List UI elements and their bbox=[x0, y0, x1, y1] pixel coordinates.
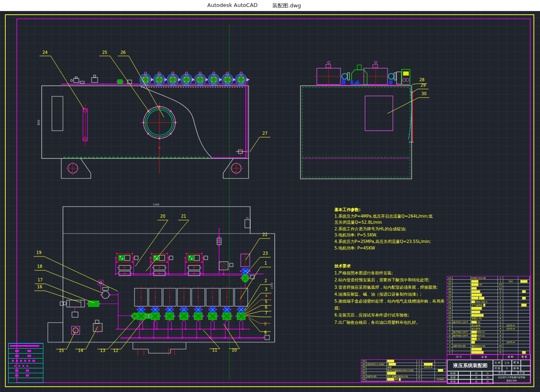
callout-leader bbox=[245, 300, 271, 313]
gauge-station bbox=[219, 262, 233, 275]
manhole bbox=[140, 102, 179, 173]
bom-cell bbox=[503, 290, 518, 293]
bom-cell bbox=[453, 307, 471, 310]
bom-cell: 22 bbox=[498, 287, 503, 290]
bom-cell bbox=[453, 327, 471, 330]
pump-symbol bbox=[181, 71, 195, 85]
note-line: 5.接线端子盒必须密封处理，站内电气走线槽须外购，布局美 bbox=[334, 298, 445, 305]
callout-label: 11 bbox=[212, 348, 217, 352]
callout-label: 25 bbox=[102, 50, 108, 55]
bom-cell: 8 bbox=[417, 375, 422, 379]
note-line: 压关闭流量Q=52.8L/min bbox=[334, 219, 432, 226]
bom-cell: 16 bbox=[447, 300, 453, 303]
bom-cell: 22 bbox=[447, 280, 453, 283]
manifold-row bbox=[115, 253, 233, 276]
callout-label: 2 bbox=[264, 278, 267, 283]
bom-cell bbox=[453, 280, 471, 283]
callout-leader bbox=[246, 316, 271, 317]
bom-cell: ███████ bbox=[471, 314, 498, 317]
callout-label: 16 bbox=[37, 285, 43, 289]
bom-cell bbox=[422, 378, 435, 381]
bom-cell: 7 bbox=[447, 331, 453, 334]
bom-cell: 14 bbox=[447, 307, 453, 310]
bom-cell bbox=[453, 317, 471, 321]
bom-cell: 2 bbox=[498, 290, 503, 293]
bom-cell: 8 bbox=[498, 317, 503, 321]
motor-pump-group-1 bbox=[314, 61, 367, 87]
bom-cell: GB3452.1-1992 bbox=[366, 363, 387, 366]
titlebar: Autodesk AutoCAD 装配图.dwg bbox=[0, 0, 540, 11]
callout-label: 1 bbox=[264, 261, 267, 265]
note-line: 5.电机功率: P=45KW bbox=[334, 245, 432, 252]
bom-cell bbox=[503, 344, 518, 347]
bom-cell: 8 bbox=[498, 331, 503, 334]
bom-cell: ████ bbox=[471, 280, 498, 283]
note-line: 4.系统压力P=25MPa,高压关闭流量Q=23.55L/min; bbox=[334, 238, 432, 245]
bom-cell: ██████ bbox=[471, 307, 498, 310]
bom-cell bbox=[503, 307, 518, 310]
bom-cell: 320 bbox=[503, 280, 518, 283]
callout-label: 14 bbox=[78, 348, 83, 353]
note-title: 基本工作参数: bbox=[334, 207, 432, 213]
bom-cell bbox=[518, 324, 530, 327]
callout-label: 24 bbox=[43, 50, 48, 55]
bom-cell: 空气滤清器-█ bbox=[471, 303, 498, 307]
pump-symbol bbox=[140, 71, 155, 85]
bom-cell bbox=[453, 337, 471, 341]
note-line: 6.安装完后，应按试车条件进行试车验收; bbox=[334, 312, 445, 318]
callout-label: 17 bbox=[38, 278, 43, 282]
bom-cell: 17 bbox=[447, 297, 453, 300]
callout-label: 21 bbox=[181, 214, 186, 218]
callout-label: 20 bbox=[160, 214, 166, 218]
bom-cell bbox=[518, 293, 530, 296]
bom-cell bbox=[503, 317, 518, 321]
bom-cell: 8 bbox=[498, 337, 503, 341]
bom-cell: ██ bbox=[518, 290, 530, 293]
bom-cell bbox=[453, 300, 471, 303]
bom-cell bbox=[518, 341, 530, 344]
basic-parameters-note: 基本工作参数: 1.系统压力P=4MPa,低压开启总流量Q=264L/min;低… bbox=[334, 207, 432, 251]
bom-cell: 1 bbox=[417, 372, 422, 375]
note-line: 2.站内管道经预安装后，需要拆下酸洗中和钝化处理; bbox=[334, 276, 445, 283]
callout-leader bbox=[245, 293, 271, 312]
bom-cell bbox=[503, 293, 518, 296]
globe-valve-item18 bbox=[102, 291, 109, 298]
bom-cell bbox=[518, 300, 530, 303]
bom-cell: 1 bbox=[417, 360, 422, 363]
bom-cell bbox=[453, 276, 471, 280]
bom-cell bbox=[453, 293, 471, 296]
bom-cell bbox=[453, 283, 471, 287]
parts-list-right: 2363MCY14-1B122████1320████21████-352220… bbox=[447, 276, 531, 355]
bom-cell: 20 bbox=[447, 287, 453, 290]
bom-cell: 1 bbox=[498, 276, 503, 280]
pump-symbol bbox=[222, 71, 236, 85]
bom-cell bbox=[435, 372, 446, 375]
bom-cell: ███-20 bbox=[471, 321, 498, 324]
callout-leader bbox=[250, 137, 270, 152]
pump-unit bbox=[235, 286, 248, 339]
bom-cell: O████ bbox=[387, 363, 417, 366]
callout-label: 22 bbox=[262, 232, 268, 237]
callout-leader bbox=[34, 256, 118, 291]
bom-cell: JB/T982-1977 bbox=[453, 331, 471, 334]
bom-cell bbox=[503, 334, 518, 337]
callout-leader bbox=[34, 270, 103, 293]
bom-cell bbox=[503, 303, 518, 307]
app-title: Autodesk AutoCAD bbox=[207, 2, 258, 8]
bom-cell: 9 bbox=[498, 321, 503, 324]
callout-leader bbox=[224, 324, 240, 349]
callout-label: 7 bbox=[265, 311, 267, 315]
side-view bbox=[300, 61, 414, 179]
note-line: 观; bbox=[334, 305, 445, 312]
bom-cell: 1 bbox=[498, 303, 503, 307]
bom-cell: 1 bbox=[498, 300, 503, 303]
callout-leader bbox=[110, 320, 144, 349]
bom-cell bbox=[503, 314, 518, 317]
note-line: 4.油漆应耐盐、碱、油（按进口设备制作油漆）; bbox=[334, 291, 445, 298]
bom-cell bbox=[503, 310, 518, 314]
cylinder-valve-row bbox=[134, 286, 248, 339]
signature-cell: 日 bbox=[482, 379, 493, 384]
callout-leader bbox=[246, 238, 270, 260]
bom-cell: ██████ bbox=[471, 293, 498, 296]
bom-cell: 15 bbox=[447, 303, 453, 307]
